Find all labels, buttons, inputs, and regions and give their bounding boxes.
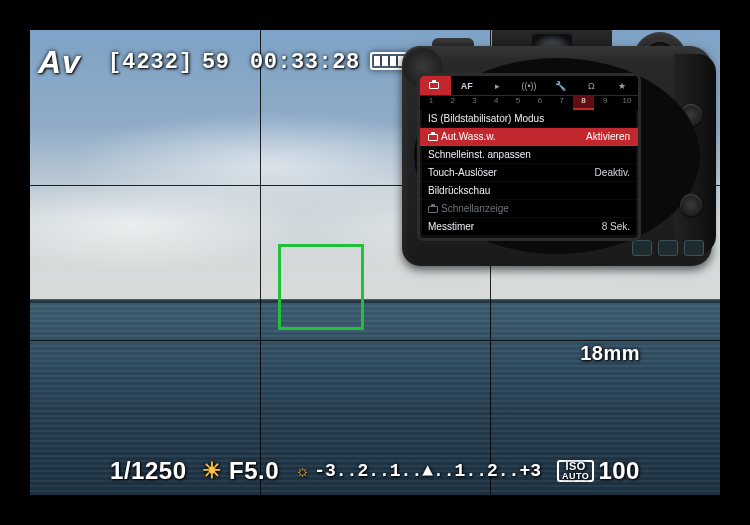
menu-row[interactable]: Messtimer8 Sek. — [420, 218, 638, 236]
aperture-value[interactable]: ☀ F5.0 — [202, 457, 279, 485]
outer-frame: Av [4232] 59 00:33:28 18mm SIM — [0, 0, 750, 525]
menu-sub-tab-8[interactable]: 8 — [573, 96, 595, 110]
menu-sub-tab-3[interactable]: 3 — [464, 96, 486, 110]
horizon-line — [30, 299, 720, 303]
menu-sub-tab-4[interactable]: 4 — [485, 96, 507, 110]
menu-main-tabs: AF ▸ ((•)) 🔧 Ω ★ — [420, 76, 638, 96]
aperture-text: F5.0 — [229, 457, 279, 485]
camera-icon — [428, 206, 438, 213]
menu-tab-mymenu[interactable]: ★ — [607, 76, 638, 95]
menu-row-label: IS (Bildstabilisator) Modus — [428, 113, 544, 124]
menu-row-label: Aut.Wass.w. — [428, 131, 496, 142]
menu-sub-tab-6[interactable]: 6 — [529, 96, 551, 110]
grid-line — [30, 340, 720, 341]
menu-row-label: Schnelleinst. anpassen — [428, 149, 531, 160]
iso-setting[interactable]: ISO AUTO 100 — [557, 457, 640, 485]
menu-row-value: 8 Sek. — [602, 221, 630, 232]
exposure-compensation[interactable]: ☼ -3..2..1..▲..1..2..+3 — [295, 461, 541, 481]
shutter-speed[interactable]: 1/1250 — [110, 457, 186, 485]
live-view[interactable]: Av [4232] 59 00:33:28 18mm SIM — [30, 30, 720, 495]
iso-auto-badge: ISO AUTO — [557, 460, 594, 482]
menu-row: Schnellanzeige — [420, 200, 638, 218]
menu-row-value: Deaktiv. — [595, 167, 630, 178]
menu-sub-tab-9[interactable]: 9 — [594, 96, 616, 110]
menu-rows: IS (Bildstabilisator) ModusAut.Wass.w.Ak… — [420, 110, 638, 236]
menu-sub-tab-2[interactable]: 2 — [442, 96, 464, 110]
menu-sub-tab-7[interactable]: 7 — [551, 96, 573, 110]
menu-row-label: Touch-Auslöser — [428, 167, 497, 178]
iso-value: 100 — [598, 457, 640, 485]
exposure-bar: 1/1250 ☀ F5.0 ☼ -3..2..1..▲..1..2..+3 IS… — [30, 457, 720, 485]
menu-row-label: Schnellanzeige — [428, 203, 509, 214]
shots-remaining: [4232] — [108, 50, 193, 75]
record-time-remaining: 00:33:28 — [250, 50, 360, 75]
svg-rect-2 — [374, 56, 380, 66]
menu-sub-tab-1[interactable]: 1 — [420, 96, 442, 110]
menu-row-label: Messtimer — [428, 221, 474, 232]
focal-length: 18mm — [580, 342, 640, 365]
menu-row[interactable]: Touch-AuslöserDeaktiv. — [420, 164, 638, 182]
menu-row[interactable]: Aut.Wass.w.Aktivieren — [420, 128, 638, 146]
camera-inset-illustration: AF ▸ ((•)) 🔧 Ω ★ 12345678910 IS (Bildsta… — [402, 46, 712, 266]
menu-sub-tab-10[interactable]: 10 — [616, 96, 638, 110]
grid-line — [260, 30, 261, 495]
menu-tab-setup[interactable]: 🔧 — [545, 76, 576, 95]
menu-row[interactable]: Schnelleinst. anpassen — [420, 146, 638, 164]
shooting-mode: Av — [38, 44, 81, 81]
ev-scale: -3..2..1..▲..1..2..+3 — [314, 461, 541, 481]
menu-row[interactable]: Bildrückschau — [420, 182, 638, 200]
menu-row-label: Bildrückschau — [428, 185, 490, 196]
menu-row-value: Aktivieren — [586, 131, 630, 142]
menu-sub-tabs: 12345678910 — [420, 96, 638, 110]
sun-small-icon: ☼ — [295, 462, 310, 480]
set-button — [680, 194, 702, 216]
burst-buffer: 59 — [202, 50, 229, 75]
camera-icon — [429, 82, 439, 89]
playback-button-icon — [658, 240, 678, 256]
camera-rear-lcd: AF ▸ ((•)) 🔧 Ω ★ 12345678910 IS (Bildsta… — [420, 76, 638, 238]
menu-button-icon — [632, 240, 652, 256]
menu-row[interactable]: IS (Bildstabilisator) Modus — [420, 110, 638, 128]
af-point[interactable] — [278, 244, 364, 330]
menu-tab-wireless[interactable]: ((•)) — [513, 76, 544, 95]
menu-tab-shoot[interactable] — [420, 76, 451, 95]
svg-rect-4 — [390, 56, 396, 66]
trash-button-icon — [684, 240, 704, 256]
menu-tab-playback[interactable]: ▸ — [482, 76, 513, 95]
sun-icon: ☀ — [202, 458, 223, 484]
menu-tab-custom[interactable]: Ω — [576, 76, 607, 95]
svg-rect-3 — [382, 56, 388, 66]
camera-icon — [428, 134, 438, 141]
menu-sub-tab-5[interactable]: 5 — [507, 96, 529, 110]
menu-tab-af[interactable]: AF — [451, 76, 482, 95]
